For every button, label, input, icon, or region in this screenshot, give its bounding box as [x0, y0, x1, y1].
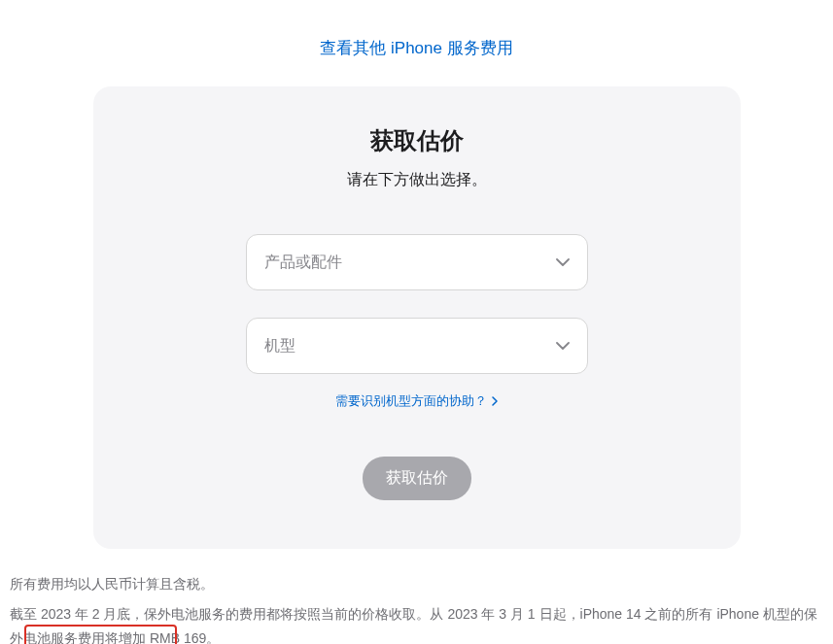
card-subtitle: 请在下方做出选择。 [142, 170, 692, 190]
help-link-container: 需要识别机型方面的协助？ [142, 391, 692, 410]
product-select-wrap: 产品或配件 [246, 234, 588, 290]
identify-model-help-link[interactable]: 需要识别机型方面的协助？ [335, 393, 499, 408]
chevron-down-icon [556, 342, 570, 350]
view-other-fees-link[interactable]: 查看其他 iPhone 服务费用 [320, 39, 512, 57]
submit-wrap: 获取估价 [142, 457, 692, 500]
model-select-wrap: 机型 [246, 318, 588, 374]
card-title: 获取估价 [142, 125, 692, 156]
footer-text: 所有费用均以人民币计算且含税。 截至 2023 年 2 月底，保外电池服务的费用… [0, 549, 833, 644]
chevron-down-icon [556, 258, 570, 266]
footer-line-2-text: 截至 2023 年 2 月底，保外电池服务的费用都将按照当前的价格收取。从 20… [10, 606, 817, 644]
estimate-card: 获取估价 请在下方做出选择。 产品或配件 机型 需要识别机型方面的协助？ 获取估… [93, 86, 741, 549]
chevron-right-icon [492, 394, 498, 409]
model-select[interactable]: 机型 [246, 318, 588, 374]
help-link-text: 需要识别机型方面的协助？ [335, 393, 487, 408]
footer-line-1: 所有费用均以人民币计算且含税。 [10, 572, 823, 596]
product-select[interactable]: 产品或配件 [246, 234, 588, 290]
top-link-container: 查看其他 iPhone 服务费用 [0, 0, 833, 86]
model-select-placeholder: 机型 [264, 336, 295, 356]
product-select-placeholder: 产品或配件 [264, 253, 342, 273]
get-estimate-button[interactable]: 获取估价 [363, 457, 471, 500]
footer-line-2: 截至 2023 年 2 月底，保外电池服务的费用都将按照当前的价格收取。从 20… [10, 602, 823, 644]
